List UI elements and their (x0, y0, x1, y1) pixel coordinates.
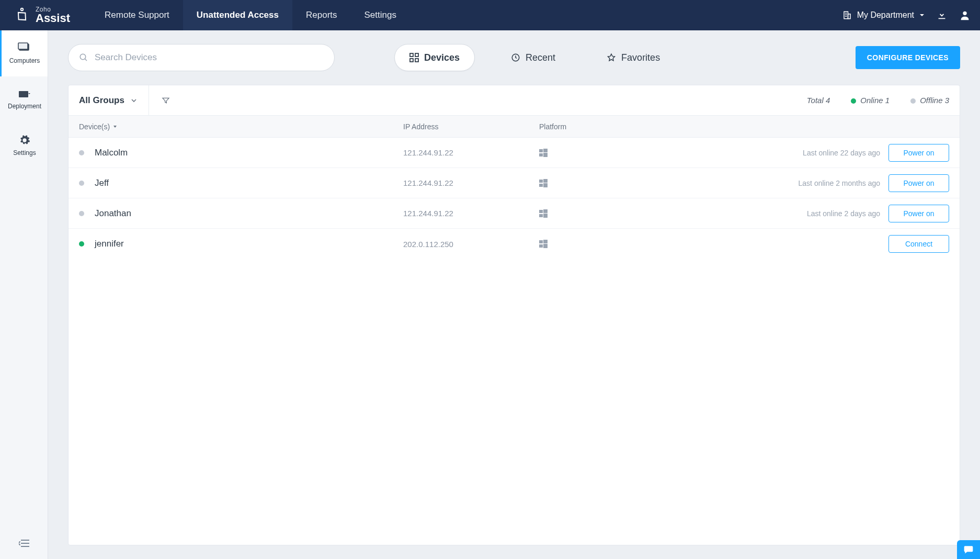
sidebar-item-label: Settings (13, 149, 36, 156)
col-label: Platform (539, 122, 566, 131)
search-box[interactable] (68, 44, 335, 71)
deploy-icon (18, 89, 31, 99)
device-ip: 121.244.91.22 (403, 148, 539, 157)
device-name: Jeff (95, 178, 109, 188)
device-status: Last online 2 months ago (799, 179, 880, 187)
device-ip: 121.244.91.22 (403, 178, 539, 187)
svg-line-14 (85, 59, 87, 61)
stat-offline: Offline 3 (910, 96, 949, 105)
sidebar-item-label: Deployment (8, 103, 41, 110)
sidebar-item-settings[interactable]: Settings (0, 122, 48, 169)
tab-label: Reports (306, 10, 337, 20)
status-dot-online-icon (851, 98, 856, 104)
device-platform (539, 149, 644, 157)
seg-label: Favorites (621, 52, 660, 63)
card-toolbar: All Groups Total 4 Online 1 Offline 3 (69, 85, 960, 116)
table-head: Device(s) IP Address Platform (69, 116, 960, 138)
department-selector[interactable]: My Department (842, 10, 925, 20)
device-name: jennifer (95, 239, 124, 249)
group-selector[interactable]: All Groups (79, 85, 149, 115)
stat-offline-label: Offline 3 (920, 96, 949, 105)
star-icon (607, 53, 616, 62)
svg-rect-31 (543, 214, 548, 218)
sidebar-item-computers[interactable]: Computers (0, 30, 48, 76)
group-label: All Groups (79, 95, 124, 106)
windows-icon (539, 240, 548, 248)
search-icon (79, 53, 88, 62)
tab-settings[interactable]: Settings (351, 0, 410, 30)
sidebar: Computers Deployment Settings (0, 30, 48, 559)
devices-card: All Groups Total 4 Online 1 Offline 3 (68, 85, 960, 545)
download-icon[interactable] (936, 9, 948, 21)
status-dot-offline-icon (910, 98, 916, 104)
seg-devices[interactable]: Devices (394, 44, 475, 71)
seg-favorites[interactable]: Favorites (591, 44, 675, 71)
device-action-button[interactable]: Power on (888, 174, 949, 192)
status-dot-icon (79, 150, 84, 155)
col-device-header[interactable]: Device(s) (79, 122, 403, 131)
table-row[interactable]: jennifer202.0.112.250Connect (69, 229, 960, 259)
table-row[interactable]: Malcolm121.244.91.22Last online 22 days … (69, 138, 960, 168)
filter-icon (162, 96, 170, 105)
tab-label: Remote Support (105, 10, 169, 20)
svg-rect-17 (410, 59, 413, 62)
svg-rect-8 (18, 43, 28, 49)
svg-rect-24 (539, 180, 543, 183)
svg-point-0 (21, 8, 23, 10)
svg-rect-35 (543, 244, 548, 248)
device-ip: 121.244.91.22 (403, 209, 539, 218)
svg-rect-18 (415, 59, 418, 62)
svg-point-6 (963, 12, 966, 15)
status-dot-icon (79, 241, 84, 247)
device-action-button[interactable]: Connect (888, 235, 949, 253)
monitor-icon (18, 42, 31, 54)
seg-recent[interactable]: Recent (496, 44, 571, 71)
windows-icon (539, 179, 548, 187)
view-switcher: Devices Recent Favorites (394, 44, 675, 71)
device-name: Jonathan (95, 208, 131, 219)
brand-logo-icon (14, 7, 30, 24)
search-input[interactable] (95, 52, 324, 63)
windows-icon (539, 209, 548, 218)
filter-button[interactable] (156, 91, 175, 110)
svg-rect-23 (543, 153, 548, 157)
svg-rect-26 (539, 184, 543, 187)
chat-icon (963, 544, 974, 555)
topnav-tabs: Remote Support Unattended Access Reports… (91, 0, 410, 30)
sidebar-item-label: Computers (9, 57, 40, 64)
col-label: IP Address (403, 122, 438, 131)
grid-icon (409, 53, 419, 62)
tab-remote-support[interactable]: Remote Support (91, 0, 183, 30)
col-platform-header[interactable]: Platform (539, 122, 644, 131)
device-platform (539, 240, 644, 248)
device-action-button[interactable]: Power on (888, 205, 949, 222)
table-body: Malcolm121.244.91.22Last online 22 days … (69, 138, 960, 259)
device-action-button[interactable]: Power on (888, 144, 949, 162)
status-dot-icon (79, 181, 84, 186)
device-ip: 202.0.112.250 (403, 240, 539, 249)
svg-rect-15 (410, 53, 413, 57)
chat-fab[interactable] (957, 540, 980, 559)
brand: Zoho Assist (14, 6, 70, 24)
col-ip-header[interactable]: IP Address (403, 122, 539, 131)
svg-rect-21 (543, 149, 548, 152)
tab-unattended-access[interactable]: Unattended Access (183, 0, 292, 30)
sort-caret-icon (113, 125, 117, 129)
tab-label: Unattended Access (197, 10, 279, 20)
svg-rect-33 (543, 240, 548, 243)
clock-icon (511, 53, 520, 62)
user-icon[interactable] (959, 9, 971, 21)
toolbar: Devices Recent Favorites CONFIGURE DEVIC… (68, 44, 960, 71)
status-dot-icon (79, 211, 84, 216)
svg-rect-27 (543, 183, 548, 187)
configure-devices-button[interactable]: CONFIGURE DEVICES (856, 46, 960, 69)
tab-reports[interactable]: Reports (292, 0, 351, 30)
table-row[interactable]: Jeff121.244.91.22Last online 2 months ag… (69, 168, 960, 198)
table-row[interactable]: Jonathan121.244.91.22Last online 2 days … (69, 198, 960, 229)
svg-rect-2 (848, 14, 850, 19)
seg-label: Devices (424, 52, 460, 63)
main-content: Devices Recent Favorites CONFIGURE DEVIC… (48, 30, 980, 559)
tab-label: Settings (364, 10, 396, 20)
sidebar-item-deployment[interactable]: Deployment (0, 76, 48, 122)
sidebar-collapse-button[interactable] (0, 528, 48, 559)
